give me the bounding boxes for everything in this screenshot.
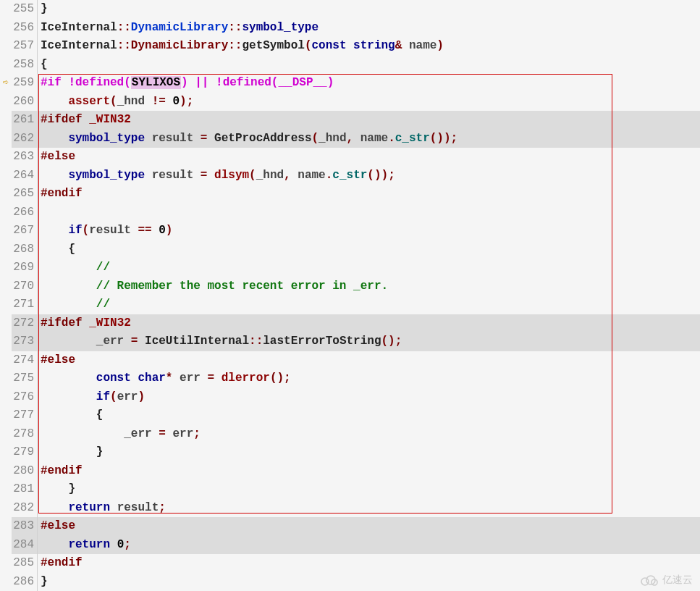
code-line[interactable]: 286}: [0, 573, 700, 592]
token: string: [353, 39, 395, 52]
line-content[interactable]: return result;: [38, 499, 700, 518]
code-line[interactable]: 270 // Remember the most recent error in…: [0, 277, 700, 296]
code-line[interactable]: 278 _err = err;: [0, 425, 700, 444]
token: [131, 224, 138, 237]
line-content[interactable]: #else: [38, 351, 700, 370]
token: DynamicLibrary: [131, 39, 228, 52]
line-content[interactable]: {: [38, 240, 700, 259]
line-content[interactable]: }: [38, 0, 700, 19]
line-number: 267: [12, 222, 38, 240]
gutter: ➪: [0, 74, 12, 93]
line-number: 264: [12, 167, 38, 185]
code-line[interactable]: 276 if(err): [0, 388, 700, 407]
code-line[interactable]: 263#else: [0, 148, 700, 167]
line-content[interactable]: #endif: [38, 462, 700, 481]
line-content[interactable]: #endif: [38, 185, 700, 204]
code-line[interactable]: 279 }: [0, 443, 700, 462]
line-content[interactable]: #ifdef _WIN32: [38, 314, 700, 333]
line-content[interactable]: #if !defined(SYLIXOS) || !defined(__DSP_…: [38, 74, 700, 93]
line-content[interactable]: const char* err = dlerror();: [38, 369, 700, 388]
code-line[interactable]: 257IceInternal::DynamicLibrary::getSymbo…: [0, 37, 700, 56]
line-content[interactable]: //: [38, 259, 700, 277]
line-content[interactable]: if(err): [38, 388, 700, 407]
code-line[interactable]: 255}: [0, 0, 700, 19]
gutter: [0, 111, 12, 130]
line-content[interactable]: {: [38, 406, 700, 425]
line-number: 270: [12, 277, 38, 296]
code-line[interactable]: 282 return result;: [0, 499, 700, 518]
line-content[interactable]: #else: [38, 148, 700, 167]
line-content[interactable]: _err = IceUtilInternal::lastErrorToStrin…: [38, 332, 700, 351]
line-content[interactable]: IceInternal::DynamicLibrary::symbol_type: [38, 19, 700, 38]
line-content[interactable]: assert(_hnd != 0);: [38, 93, 700, 112]
line-content[interactable]: #endif: [38, 554, 700, 573]
code-line[interactable]: 272#ifdef _WIN32: [0, 314, 700, 333]
token: IceInternal: [41, 39, 117, 52]
line-content[interactable]: #ifdef _WIN32: [38, 111, 700, 130]
line-number: 281: [12, 480, 38, 499]
token: ): [166, 224, 173, 237]
line-content[interactable]: return 0;: [38, 536, 700, 555]
code-line[interactable]: 265#endif: [0, 185, 700, 204]
gutter: [0, 204, 12, 222]
code-line[interactable]: 266: [0, 204, 700, 222]
token: ());: [367, 169, 395, 182]
code-line[interactable]: ➪259#if !defined(SYLIXOS) || !defined(__…: [0, 74, 700, 93]
code-line[interactable]: 269 //: [0, 259, 700, 277]
token: (: [110, 95, 117, 108]
line-content[interactable]: // Remember the most recent error in _er…: [38, 277, 700, 296]
line-content[interactable]: if(result == 0): [38, 222, 700, 240]
token: ());: [430, 132, 457, 145]
token: result: [152, 132, 194, 145]
code-line[interactable]: 268 {: [0, 240, 700, 259]
line-content[interactable]: symbol_type result = GetProcAddress(_hnd…: [38, 130, 700, 148]
code-line[interactable]: 274#else: [0, 351, 700, 370]
code-line[interactable]: 256IceInternal::DynamicLibrary::symbol_t…: [0, 19, 700, 38]
token: }: [41, 575, 48, 588]
token: .: [388, 132, 395, 145]
token: {: [41, 243, 75, 256]
code-line[interactable]: 275 const char* err = dlerror();: [0, 369, 700, 388]
code-line[interactable]: 258{: [0, 56, 700, 75]
code-line[interactable]: 273 _err = IceUtilInternal::lastErrorToS…: [0, 332, 700, 351]
line-number: 256: [12, 19, 38, 38]
token: char: [138, 372, 165, 385]
gutter: [0, 148, 12, 167]
token: SYLIXOS: [131, 76, 181, 89]
line-number: 284: [12, 536, 38, 555]
token: &: [395, 39, 409, 52]
code-line[interactable]: 261#ifdef _WIN32: [0, 111, 700, 130]
code-line[interactable]: 285#endif: [0, 554, 700, 573]
gutter: [0, 167, 12, 185]
token: !=: [152, 95, 166, 108]
code-line[interactable]: 284 return 0;: [0, 536, 700, 555]
token: .: [326, 169, 333, 182]
token: [145, 132, 152, 145]
gutter: [0, 425, 12, 444]
line-content[interactable]: }: [38, 480, 700, 499]
code-line[interactable]: 262 symbol_type result = GetProcAddress(…: [0, 130, 700, 148]
token: [41, 427, 124, 440]
line-content[interactable]: _err = err;: [38, 425, 700, 444]
line-content[interactable]: #else: [38, 517, 700, 536]
line-content[interactable]: [38, 204, 700, 222]
code-line[interactable]: 267 if(result == 0): [0, 222, 700, 240]
gutter: [0, 93, 12, 112]
code-line[interactable]: 281 }: [0, 480, 700, 499]
token: (: [312, 132, 319, 145]
line-content[interactable]: }: [38, 443, 700, 462]
code-line[interactable]: 271 //: [0, 296, 700, 314]
line-content[interactable]: }: [38, 573, 700, 592]
line-content[interactable]: {: [38, 56, 700, 75]
code-line[interactable]: 280#endif: [0, 462, 700, 481]
line-content[interactable]: //: [38, 296, 700, 314]
line-content[interactable]: IceInternal::DynamicLibrary::getSymbol(c…: [38, 37, 700, 56]
code-editor[interactable]: 255}256IceInternal::DynamicLibrary::symb…: [0, 0, 700, 591]
code-line[interactable]: 260 assert(_hnd != 0);: [0, 93, 700, 112]
code-line[interactable]: 283#else: [0, 517, 700, 536]
line-content[interactable]: symbol_type result = dlsym(_hnd, name.c_…: [38, 167, 700, 185]
code-line[interactable]: 277 {: [0, 406, 700, 425]
code-line[interactable]: 264 symbol_type result = dlsym(_hnd, nam…: [0, 167, 700, 185]
token: ::: [117, 21, 131, 34]
token: err: [172, 427, 193, 440]
